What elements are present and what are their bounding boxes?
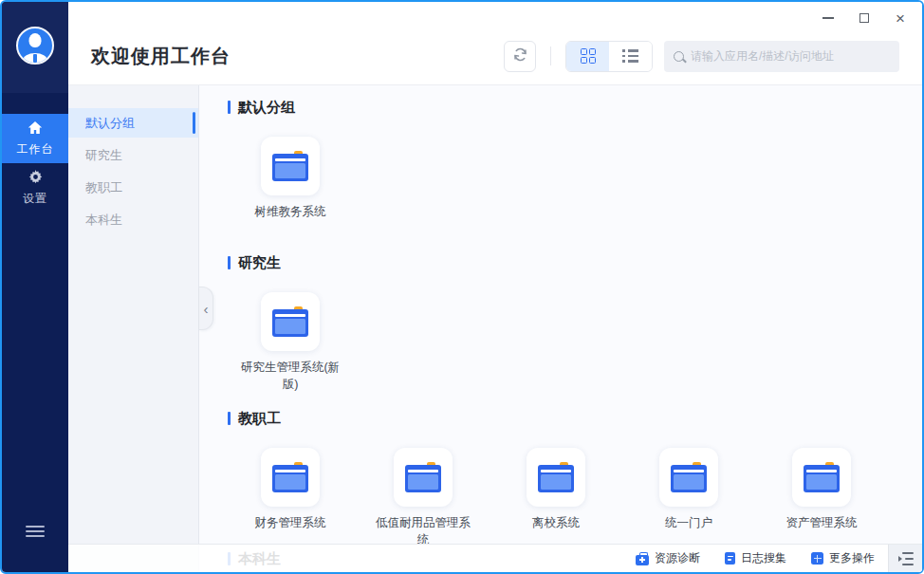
left-rail: 工作台 设置 [2,2,68,572]
app-tile[interactable]: 财务管理系统 [224,448,357,548]
panel-collapse-handle[interactable]: ‹ [199,287,213,330]
search-box[interactable] [664,41,899,72]
section-graduate: 研究生 研究生管理系统(新版) [199,254,922,393]
resource-diagnosis-action[interactable]: 资源诊断 [636,550,700,566]
section-default-group: 默认分组 树维教务系统 [199,99,922,237]
app-card[interactable] [394,448,453,507]
folder-icon [271,462,309,493]
action-label: 资源诊断 [655,550,700,566]
folder-icon [537,462,575,493]
section-header: 教职工 [228,410,922,427]
log-collection-action[interactable]: 日志搜集 [725,550,786,566]
group-item-label: 研究生 [85,147,122,164]
tile-row: 树维教务系统 [224,137,922,237]
app-tile[interactable]: 低值耐用品管理系统 [357,448,490,548]
list-view-icon [622,46,638,65]
outline-toggle-button[interactable] [888,545,922,572]
group-item-graduate[interactable]: 研究生 [68,140,198,170]
window-controls: × [820,9,909,27]
header-toolbar-row: 欢迎使用工作台 [91,40,899,72]
avatar-tie-detail [33,54,37,63]
section-title: 研究生 [238,254,281,272]
group-item-default[interactable]: 默认分组 [68,108,198,138]
close-button[interactable]: × [892,9,909,27]
app-tile[interactable]: 统一门户 [622,448,755,548]
app-tile[interactable]: 离校系统 [490,448,622,548]
app-label: 树维教务系统 [237,203,343,237]
app-card[interactable] [261,292,320,351]
section-title: 默认分组 [238,99,295,117]
nav-label-settings: 设置 [23,191,47,207]
maximize-button[interactable] [856,9,873,27]
action-label: 日志搜集 [741,550,786,566]
nav-item-settings[interactable]: 设置 [2,163,68,213]
folder-icon [271,151,309,182]
app-tile[interactable]: 资产管理系统 [755,448,888,548]
group-item-label: 本科生 [85,212,122,229]
section-accent-bar [228,256,231,269]
selected-indicator [193,112,195,134]
minimize-button[interactable] [820,9,837,27]
refresh-icon [512,46,528,66]
maximize-icon [859,13,869,23]
toolbar-divider [550,46,551,65]
grid-apps-icon [811,552,823,565]
toolbox-icon [636,555,649,565]
section-title: 教职工 [238,410,281,428]
avatar-block [2,2,68,93]
refresh-button[interactable] [504,41,536,72]
section-header: 研究生 [228,254,922,271]
action-label: 更多操作 [829,550,875,566]
status-actions: 资源诊断 日志搜集 更多操作 [636,550,875,566]
list-view-button[interactable] [609,42,652,71]
app-tile[interactable]: 树维教务系统 [224,137,357,237]
tile-row: 财务管理系统 低值耐用品管理系统 离校系统 [224,448,922,548]
view-toggle [565,41,653,72]
group-item-label: 默认分组 [85,115,135,132]
outline-list-icon [898,550,914,567]
header-tools [504,41,899,72]
chevron-left-icon: ‹ [204,301,209,317]
groups-panel: 默认分组 研究生 教职工 本科生 [68,85,199,572]
app-card[interactable] [792,448,851,507]
search-input[interactable] [691,49,890,63]
page-title: 欢迎使用工作台 [91,44,231,69]
body-region: 默认分组 研究生 教职工 本科生 ‹ [68,85,922,572]
main-column: × 欢迎使用工作台 [68,2,922,572]
folder-icon [404,462,442,493]
minimize-icon [822,17,834,19]
rail-nav: 工作台 设置 [2,114,68,213]
section-header: 默认分组 [228,99,922,116]
status-bar: 资源诊断 日志搜集 更多操作 [68,544,922,572]
app-label: 研究生管理系统(新版) [237,359,343,393]
app-window: 工作台 设置 × 欢迎使用工作台 [0,0,924,574]
folder-icon [271,306,309,338]
apps-content: 默认分组 树维教务系统 研究生 [199,85,922,572]
tile-row: 研究生管理系统(新版) [224,292,922,393]
home-icon [28,120,43,139]
nav-item-workbench[interactable]: 工作台 [2,114,68,163]
gear-icon [28,170,43,188]
app-card[interactable] [261,137,320,195]
section-accent-bar [228,412,231,425]
header: × 欢迎使用工作台 [68,2,922,85]
section-accent-bar [228,101,231,114]
app-card[interactable] [261,448,320,507]
group-item-staff[interactable]: 教职工 [68,173,198,202]
search-icon [674,51,684,62]
app-card[interactable] [527,448,585,507]
group-item-label: 教职工 [85,179,122,196]
app-tile[interactable]: 研究生管理系统(新版) [224,292,357,393]
group-item-undergraduate[interactable]: 本科生 [68,205,198,234]
grid-view-icon [581,48,596,64]
user-avatar[interactable] [16,27,54,65]
folder-icon [670,462,708,493]
hamburger-menu-icon[interactable] [26,523,45,540]
document-icon [725,552,735,565]
section-staff: 教职工 财务管理系统 低值耐用品管 [199,410,922,548]
folder-icon [803,462,841,493]
more-operations-action[interactable]: 更多操作 [811,550,875,566]
grid-view-button[interactable] [566,42,609,71]
app-card[interactable] [659,448,718,507]
nav-label-workbench: 工作台 [17,141,54,157]
